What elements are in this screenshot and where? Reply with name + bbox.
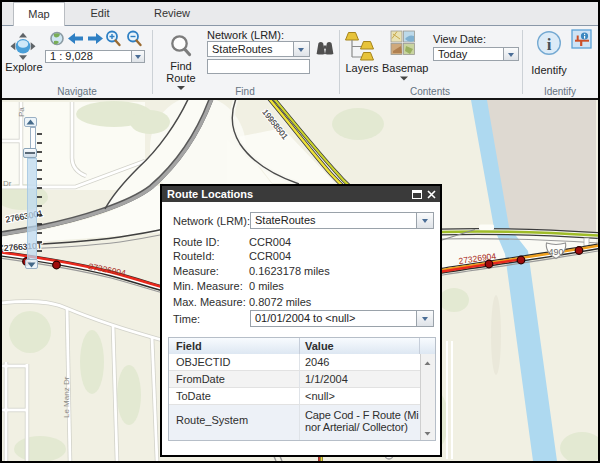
- svg-text:Le Manz Dr: Le Manz Dr: [62, 376, 71, 418]
- svg-text:Dr: Dr: [3, 179, 12, 188]
- svg-text:i: i: [547, 35, 552, 54]
- svg-text:490: 490: [548, 247, 563, 257]
- svg-text:27326904: 27326904: [88, 261, 127, 278]
- svg-text:Pa: Pa: [17, 107, 26, 117]
